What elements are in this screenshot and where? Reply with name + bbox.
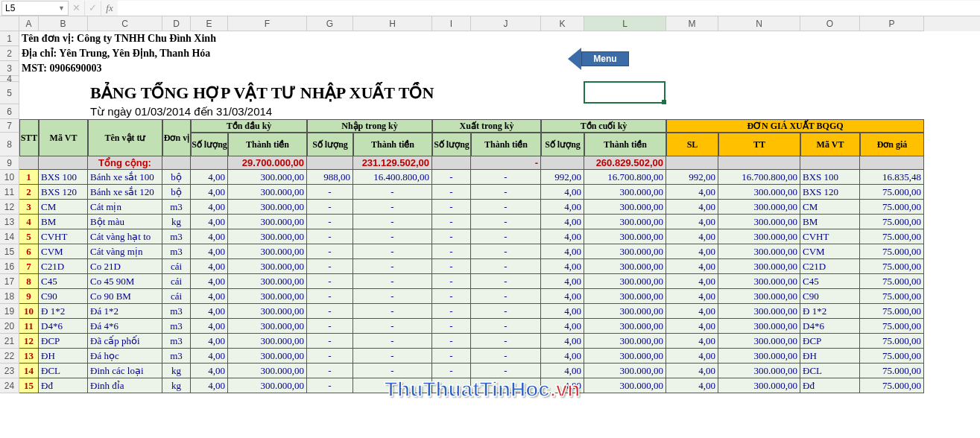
cell-H[interactable]: - <box>353 334 432 349</box>
row-head-8[interactable]: 8 <box>0 133 19 156</box>
cell-I[interactable]: - <box>432 289 471 304</box>
menu-button-arrow[interactable]: Menu <box>568 48 629 70</box>
cell-G[interactable]: - <box>307 334 353 349</box>
cell-G[interactable]: - <box>307 229 353 244</box>
cell-dv[interactable]: cái <box>162 274 191 289</box>
row-head-21[interactable]: 21 <box>0 334 19 349</box>
row-head-7[interactable]: 7 <box>0 119 19 133</box>
row-head-10[interactable]: 10 <box>0 170 19 185</box>
col-head-B[interactable]: B <box>39 16 88 31</box>
cell-mavt[interactable]: CVHT <box>39 229 88 244</box>
cell-P[interactable]: 75.000,00 <box>860 319 924 334</box>
cell-I[interactable]: - <box>432 274 471 289</box>
cell-E[interactable]: 4,00 <box>191 319 228 334</box>
cell-O[interactable]: ĐCL <box>800 364 860 378</box>
tot-O[interactable] <box>800 156 860 170</box>
col-head-H[interactable]: H <box>353 16 432 31</box>
tot-F[interactable]: 29.700.000,00 <box>228 156 307 170</box>
col-head-J[interactable]: J <box>471 16 541 31</box>
cell-stt[interactable]: 15 <box>19 378 39 393</box>
spacer[interactable] <box>19 104 88 119</box>
cell-G[interactable]: - <box>307 319 353 334</box>
col-head-P[interactable]: P <box>860 16 924 31</box>
cell-H[interactable]: - <box>353 185 432 200</box>
cell-M[interactable]: 4,00 <box>666 229 718 244</box>
cell-O[interactable]: C21D <box>800 259 860 274</box>
row-head-12[interactable]: 12 <box>0 200 19 215</box>
cell-J[interactable]: - <box>471 349 541 364</box>
row-head-23[interactable]: 23 <box>0 364 19 378</box>
cell-P[interactable]: 75.000,00 <box>860 185 924 200</box>
cell-J[interactable]: - <box>471 244 541 259</box>
cell-G[interactable]: 988,00 <box>307 170 353 185</box>
cell-H[interactable]: - <box>353 349 432 364</box>
row-head-9[interactable]: 9 <box>0 156 19 170</box>
cell-H[interactable]: - <box>353 244 432 259</box>
cell-K[interactable]: 4,00 <box>541 319 584 334</box>
cell-L[interactable]: 300.000,00 <box>584 215 666 229</box>
row-head-13[interactable]: 13 <box>0 215 19 229</box>
cell-F[interactable]: 300.000,00 <box>228 229 307 244</box>
cell-M[interactable]: 4,00 <box>666 319 718 334</box>
cell-M[interactable]: 4,00 <box>666 364 718 378</box>
cell-P[interactable]: 75.000,00 <box>860 349 924 364</box>
cell-P[interactable]: 75.000,00 <box>860 259 924 274</box>
spacer[interactable] <box>19 82 88 104</box>
cell-stt[interactable]: 4 <box>19 215 39 229</box>
row-head-1[interactable]: 1 <box>0 31 19 46</box>
cell-J[interactable]: - <box>471 378 541 393</box>
cell-mavt[interactable]: CM <box>39 200 88 215</box>
cell-M[interactable]: 4,00 <box>666 334 718 349</box>
cell-J[interactable]: - <box>471 334 541 349</box>
cell-H[interactable]: 16.400.800,00 <box>353 170 432 185</box>
cell-tenvt[interactable]: Co 21D <box>88 259 162 274</box>
cell-dv[interactable]: bộ <box>162 185 191 200</box>
cell-I[interactable]: - <box>432 319 471 334</box>
cell-F[interactable]: 300.000,00 <box>228 259 307 274</box>
row-head-14[interactable]: 14 <box>0 229 19 244</box>
cell-tenvt[interactable]: Cát vàng hạt to <box>88 229 162 244</box>
tot-I[interactable] <box>432 156 471 170</box>
spacer[interactable] <box>19 76 924 82</box>
cell-E[interactable]: 4,00 <box>191 289 228 304</box>
col-head-N[interactable]: N <box>718 16 800 31</box>
cell-J[interactable]: - <box>471 200 541 215</box>
cell-tenvt[interactable]: Bột màu <box>88 215 162 229</box>
spacer[interactable] <box>666 82 924 104</box>
cell-dv[interactable]: m3 <box>162 349 191 364</box>
row-head-19[interactable]: 19 <box>0 304 19 319</box>
cell-I[interactable]: - <box>432 229 471 244</box>
cell-N[interactable]: 300.000,00 <box>718 289 800 304</box>
cell-E[interactable]: 4,00 <box>191 170 228 185</box>
col-head-O[interactable]: O <box>800 16 860 31</box>
cell-dv[interactable]: kg <box>162 378 191 393</box>
cell-tenvt[interactable]: Co 90 BM <box>88 289 162 304</box>
cell-H[interactable]: - <box>353 200 432 215</box>
cell-I[interactable]: - <box>432 364 471 378</box>
cell-mavt[interactable]: ĐH <box>39 349 88 364</box>
row-head-18[interactable]: 18 <box>0 289 19 304</box>
cell-M[interactable]: 4,00 <box>666 259 718 274</box>
cell-stt[interactable]: 12 <box>19 334 39 349</box>
cell-I[interactable]: - <box>432 244 471 259</box>
cell-J[interactable]: - <box>471 185 541 200</box>
cell-O[interactable]: C45 <box>800 274 860 289</box>
cell-L[interactable]: 300.000,00 <box>584 244 666 259</box>
cell-I[interactable]: - <box>432 304 471 319</box>
cell-stt[interactable]: 7 <box>19 259 39 274</box>
cell-dv[interactable]: kg <box>162 364 191 378</box>
cell-dv[interactable]: cái <box>162 259 191 274</box>
cell-F[interactable]: 300.000,00 <box>228 170 307 185</box>
cell-H[interactable]: - <box>353 304 432 319</box>
cell-M[interactable]: 4,00 <box>666 274 718 289</box>
tot-label[interactable]: Tổng cộng: <box>88 156 162 170</box>
cell-P[interactable]: 75.000,00 <box>860 274 924 289</box>
cell-K[interactable]: 4,00 <box>541 244 584 259</box>
tot-A[interactable] <box>19 156 39 170</box>
cell-F[interactable]: 300.000,00 <box>228 378 307 393</box>
cell-M[interactable]: 4,00 <box>666 304 718 319</box>
cell-O[interactable]: CVHT <box>800 229 860 244</box>
cell-J[interactable]: - <box>471 304 541 319</box>
cell-E[interactable]: 4,00 <box>191 334 228 349</box>
cell-L[interactable]: 300.000,00 <box>584 334 666 349</box>
